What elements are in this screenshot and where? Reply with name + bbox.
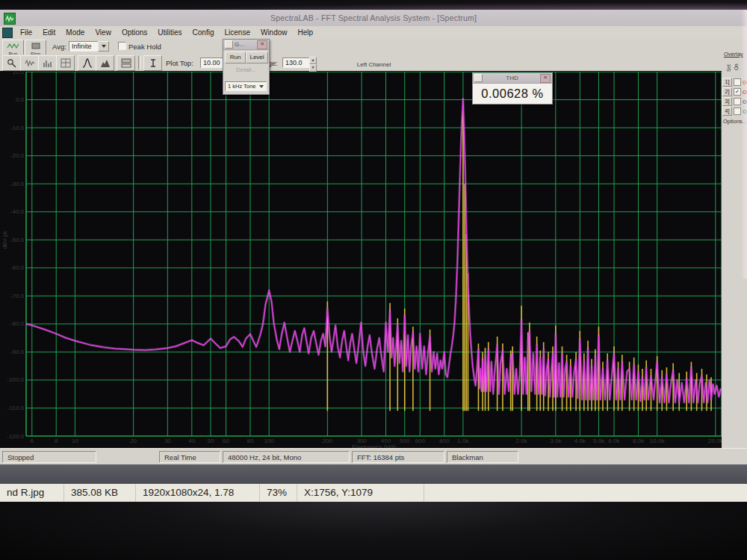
overlay-enabled-checkbox[interactable] [734,78,741,86]
menubar: FileEditModeViewOptionsUtilitiesConfigLi… [0,26,747,40]
generator-tone-dropdown[interactable]: 1 kHz Tone [225,81,267,91]
thd-titlebar[interactable]: THD × [473,73,552,84]
spectrum-plot[interactable]: 10.00.0-10.0-20.0-30.0-40.0-50.0-60.0-70… [0,72,747,452]
close-icon[interactable]: × [257,40,267,49]
image-viewer-statusbar: nd R.jpg385.08 KB1920x1080x24, 1.7873%X:… [0,484,747,502]
close-icon[interactable]: × [540,74,551,83]
menu-item-window[interactable]: Window [255,26,293,39]
generator-detail-button[interactable]: Detail... [223,66,269,73]
generator-dialog-title: G... [233,41,257,48]
thd-title: THD [483,75,540,81]
overlay-select-button[interactable]: 2] [722,87,732,96]
svg-text:1.0k: 1.0k [457,438,469,444]
stop-icon [29,39,43,52]
stop-button[interactable]: Stop [25,40,46,55]
avg-dropdown-arrow[interactable] [98,41,109,52]
svg-text:6: 6 [31,438,34,444]
menu-item-config[interactable]: Config [187,26,220,39]
monitor-bezel-bottom [0,502,747,560]
svg-text:-60.0: -60.0 [10,264,25,271]
svg-text:0.0: 0.0 [16,96,25,103]
generator-window-icon [225,40,233,49]
status-cell: Stopped [2,451,96,463]
overlay-enabled-checkbox[interactable]: ✓ [734,88,741,96]
svg-text:4.0k: 4.0k [574,438,586,444]
svg-text:5.0k: 5.0k [593,438,605,444]
menu-item-edit[interactable]: Edit [37,26,61,39]
status-cell: Blackman [447,451,518,463]
avg-label: Avg: [52,43,66,51]
peak-hold-label: Peak Hold [128,43,161,51]
generator-dialog: G... × Run Level Detail... 1 kHz Tone [223,39,270,95]
thd-window: THD × 0.00628 % [472,72,553,105]
thd-readout: 0.00628 % [473,84,552,104]
svg-text:8: 8 [55,438,58,444]
svg-text:-10.0: -10.0 [10,125,25,131]
overlay-select-button[interactable]: 1] [722,78,732,87]
overlay-enabled-checkbox[interactable] [734,98,741,105]
svg-text:40: 40 [188,438,195,444]
status-cell: 48000 Hz, 24 bit, Mono [223,451,350,463]
svg-text:dBV pk: dBV pk [1,231,8,249]
titlebar: SpectraLAB - FFT Spectral Analysis Syste… [0,10,747,27]
desktop-band [0,464,747,484]
svg-text:-90.0: -90.0 [10,349,25,355]
menu-item-utilities[interactable]: Utilities [152,26,187,39]
viewer-cell: 385.08 KB [64,484,136,502]
svg-text:-20.0: -20.0 [10,152,25,159]
overlay-enabled-checkbox[interactable] [734,108,741,115]
svg-text:80: 80 [247,438,254,444]
avg-dropdown[interactable]: Infinite [69,41,102,52]
generator-level-button[interactable]: Level [246,52,268,63]
overlay-col-on: On [734,63,739,70]
screen-edge-glow [741,10,747,279]
svg-text:600: 600 [415,438,426,444]
menu-item-help[interactable]: Help [293,26,319,39]
overlay-panel-title: Overlay [724,51,743,57]
app-icon [4,13,16,25]
svg-text:-30.0: -30.0 [10,181,25,187]
svg-text:20: 20 [130,438,137,444]
overlay-select-button[interactable]: 4] [722,107,732,116]
generator-run-button[interactable]: Run [225,52,246,63]
menu-items: FileEditModeViewOptionsUtilitiesConfigLi… [15,26,318,39]
thd-value: 0.00628 % [481,87,543,101]
chevron-down-icon [259,85,264,88]
overlay-select-button[interactable]: 3] [722,97,732,106]
svg-text:500: 500 [400,438,410,444]
viewer-cell: 1920x1080x24, 1.78 [136,484,260,502]
svg-text:10: 10 [72,438,78,444]
menu-item-options[interactable]: Options [117,26,152,39]
svg-text:800: 800 [439,438,450,444]
peak-hold-checkbox[interactable] [118,42,126,50]
generator-tone-value: 1 kHz Tone [228,83,255,90]
svg-text:6.0k: 6.0k [608,438,620,444]
svg-text:-110.0: -110.0 [7,405,25,411]
generator-dialog-titlebar[interactable]: G... × [223,40,269,50]
svg-text:30: 30 [164,438,171,444]
svg-text:-50.0: -50.0 [10,237,25,243]
toolbar-row-1: Run Stop Avg: Infinite Peak Hold [0,39,747,55]
chevron-down-icon [102,45,106,48]
plot-channel-title: Left Channel [26,61,722,68]
svg-text:8.0k: 8.0k [633,438,645,444]
mdi-child-icon[interactable] [2,28,13,38]
svg-text:-80.0: -80.0 [10,320,25,327]
svg-text:-40.0: -40.0 [10,208,25,215]
avg-value: Infinite [72,43,92,50]
svg-text:10.0k: 10.0k [650,438,666,444]
menu-item-mode[interactable]: Mode [61,26,90,39]
run-waveform-icon [7,39,20,52]
zoom-tool-button[interactable] [2,55,21,71]
menu-item-license[interactable]: License [219,26,255,39]
magnifier-icon [7,58,17,68]
status-cell: Real Time [159,451,220,463]
menu-item-view[interactable]: View [90,26,117,39]
monitor-bezel-top [0,0,747,10]
svg-text:-120.0: -120.0 [7,433,24,440]
svg-text:-100.0: -100.0 [7,376,24,383]
svg-text:10.0: 10.0 [12,72,24,75]
menu-item-file[interactable]: File [15,26,37,39]
svg-text:200: 200 [323,438,333,444]
run-button[interactable]: Run [2,40,24,55]
